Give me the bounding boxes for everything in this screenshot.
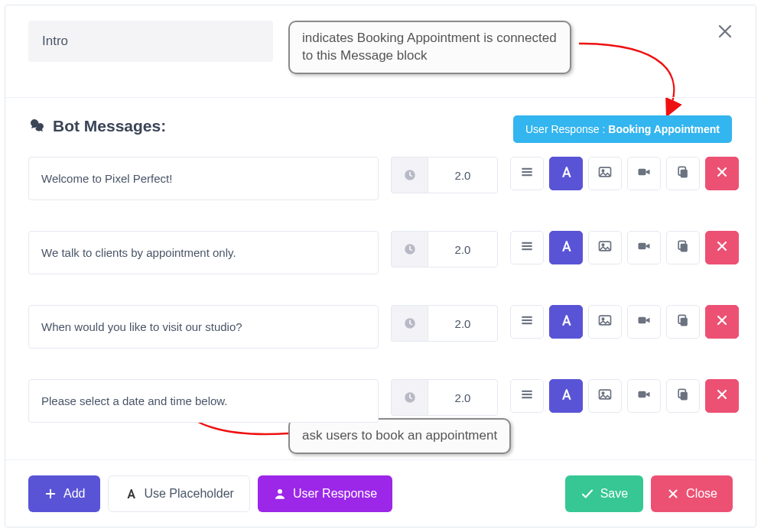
user-response-badge-value: Booking Appointment: [608, 123, 720, 135]
video-type-button[interactable]: [627, 305, 661, 339]
svg-rect-9: [681, 170, 688, 178]
use-placeholder-button[interactable]: Use Placeholder: [108, 475, 249, 512]
copy-icon: [675, 238, 691, 257]
copy-icon: [675, 164, 691, 183]
block-title-input[interactable]: [28, 21, 273, 62]
drag-handle-icon: [519, 164, 535, 183]
close-icon: [714, 238, 730, 257]
svg-point-29: [602, 318, 604, 320]
delete-button[interactable]: [705, 157, 739, 190]
clock-icon: [391, 157, 428, 193]
add-button[interactable]: Add: [28, 475, 100, 512]
use-placeholder-label: Use Placeholder: [144, 487, 233, 501]
delay-input[interactable]: [428, 157, 498, 193]
user-response-badge-label: User Response :: [525, 123, 605, 135]
image-type-button[interactable]: [588, 157, 622, 190]
message-text-input[interactable]: [28, 305, 379, 349]
svg-rect-8: [639, 169, 646, 175]
text-format-icon: [558, 313, 574, 331]
bot-messages-list: [28, 157, 738, 453]
user-icon: [273, 487, 287, 501]
drag-handle-button[interactable]: [510, 305, 544, 339]
delay-field: [391, 157, 498, 193]
close-button-label: Close: [686, 487, 717, 501]
video-icon: [636, 313, 652, 331]
message-text-input[interactable]: [28, 157, 379, 200]
delay-field: [391, 231, 498, 268]
text-format-icon: [558, 164, 574, 183]
drag-handle-button[interactable]: [510, 379, 544, 413]
text-type-button[interactable]: [549, 157, 583, 190]
video-type-button[interactable]: [627, 379, 661, 413]
bot-messages-heading-text: Bot Messages:: [53, 117, 166, 135]
modal-close-button[interactable]: [716, 22, 734, 41]
annotation-top: indicates Booking Appointment is connect…: [288, 21, 571, 74]
message-text-input[interactable]: [28, 231, 379, 274]
drag-handle-icon: [519, 238, 535, 257]
message-row: [28, 379, 738, 423]
user-response-label: User Response: [293, 487, 377, 501]
svg-rect-42: [681, 392, 688, 401]
message-row: [28, 231, 738, 274]
drag-handle-icon: [519, 313, 535, 331]
message-toolbar: [510, 379, 739, 416]
user-response-button[interactable]: User Response: [258, 475, 392, 512]
video-type-button[interactable]: [627, 231, 661, 264]
video-icon: [636, 387, 652, 405]
message-row: [28, 157, 738, 200]
image-type-button[interactable]: [588, 231, 622, 264]
bot-messages-heading: Bot Messages:: [28, 117, 166, 135]
delay-input[interactable]: [428, 379, 498, 416]
delete-button[interactable]: [705, 305, 739, 339]
svg-rect-20: [681, 244, 688, 252]
clock-icon: [391, 379, 428, 416]
drag-handle-button[interactable]: [510, 231, 544, 264]
svg-rect-19: [639, 243, 646, 249]
drag-handle-button[interactable]: [510, 157, 544, 190]
copy-icon: [675, 387, 691, 405]
video-icon: [636, 164, 652, 183]
chat-icon: [28, 117, 47, 135]
image-icon: [597, 164, 613, 183]
copy-icon: [675, 313, 691, 331]
font-icon: [124, 487, 138, 501]
close-icon: [714, 313, 730, 331]
text-format-icon: [558, 387, 574, 405]
svg-rect-30: [639, 317, 646, 323]
close-button[interactable]: Close: [651, 475, 733, 512]
delay-field: [391, 379, 498, 416]
check-icon: [581, 487, 594, 501]
footer-toolbar: Add Use Placeholder User Response Save C…: [5, 459, 756, 527]
copy-button[interactable]: [666, 379, 700, 413]
save-button[interactable]: Save: [565, 475, 643, 512]
delay-input[interactable]: [428, 231, 498, 268]
message-toolbar: [510, 157, 739, 193]
message-text-input[interactable]: [28, 379, 379, 423]
image-type-button[interactable]: [588, 305, 622, 339]
delete-button[interactable]: [705, 379, 739, 413]
image-type-button[interactable]: [588, 379, 622, 413]
delete-button[interactable]: [705, 231, 739, 264]
save-button-label: Save: [600, 487, 628, 501]
copy-button[interactable]: [666, 305, 700, 339]
delay-field: [391, 305, 498, 342]
user-response-badge[interactable]: User Response : Booking Appointment: [513, 115, 732, 143]
text-type-button[interactable]: [549, 231, 583, 264]
copy-button[interactable]: [666, 157, 700, 190]
plus-icon: [44, 487, 57, 501]
text-type-button[interactable]: [549, 305, 583, 339]
video-type-button[interactable]: [627, 157, 661, 190]
header-divider: [5, 97, 756, 98]
svg-point-48: [278, 489, 282, 494]
text-type-button[interactable]: [549, 379, 583, 413]
add-button-label: Add: [63, 487, 85, 501]
text-format-icon: [558, 238, 574, 257]
message-block-editor-modal: indicates Booking Appointment is connect…: [5, 5, 756, 527]
svg-rect-41: [639, 391, 646, 397]
copy-button[interactable]: [666, 231, 700, 264]
image-icon: [597, 238, 613, 257]
clock-icon: [391, 231, 428, 268]
close-icon: [714, 164, 730, 183]
message-row: [28, 305, 738, 349]
delay-input[interactable]: [428, 305, 498, 342]
